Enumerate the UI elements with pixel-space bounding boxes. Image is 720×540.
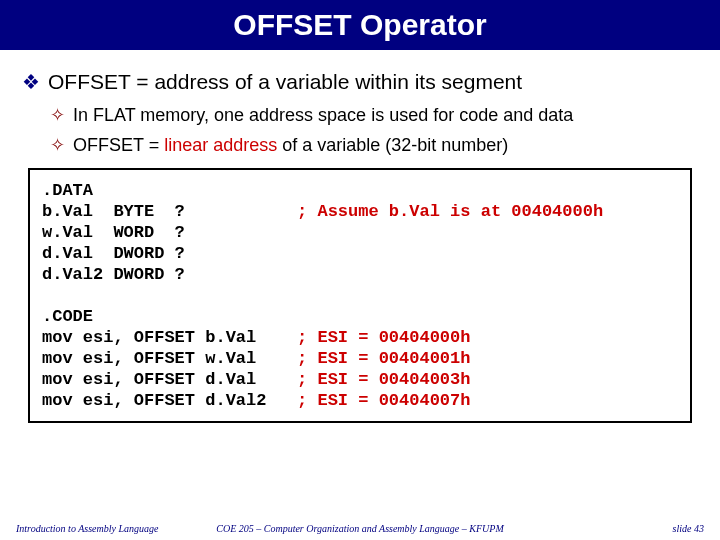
bullet-level2: ✧ In FLAT memory, one address space is u… — [50, 104, 698, 126]
title-band: OFFSET Operator — [0, 0, 720, 50]
code-line: mov esi, OFFSET d.Val — [42, 370, 297, 389]
slide-footer: Introduction to Assembly Language COE 20… — [0, 514, 720, 534]
code-line: .CODE — [42, 307, 93, 326]
bullet2b-post: of a variable (32-bit number) — [277, 135, 508, 155]
bullet2a-text: In FLAT memory, one address space is use… — [73, 104, 573, 126]
code-line: mov esi, OFFSET w.Val — [42, 349, 297, 368]
slide-body: ❖ OFFSET = address of a variable within … — [0, 50, 720, 423]
code-block: .DATA b.Val BYTE ? ; Assume b.Val is at … — [42, 180, 678, 411]
slide-title: OFFSET Operator — [233, 8, 486, 42]
code-line: d.Val2 DWORD ? — [42, 265, 185, 284]
bullet2b-text: OFFSET = linear address of a variable (3… — [73, 134, 508, 156]
code-frame: .DATA b.Val BYTE ? ; Assume b.Val is at … — [28, 168, 692, 423]
code-line: w.Val WORD ? — [42, 223, 185, 242]
diamond-subbullet-icon: ✧ — [50, 104, 65, 126]
code-gap — [42, 286, 52, 305]
code-line: mov esi, OFFSET d.Val2 — [42, 391, 297, 410]
code-line: .DATA — [42, 181, 93, 200]
code-line: d.Val DWORD ? — [42, 244, 185, 263]
bullet2b-highlight: linear address — [164, 135, 277, 155]
code-comment: ; ESI = 00404003h — [297, 370, 470, 389]
bullet-level2: ✧ OFFSET = linear address of a variable … — [50, 134, 698, 156]
footer-right: slide 43 — [673, 523, 704, 534]
code-comment: ; Assume b.Val is at 00404000h — [297, 202, 603, 221]
code-line: b.Val BYTE ? — [42, 202, 297, 221]
code-line: mov esi, OFFSET b.Val — [42, 328, 297, 347]
bullet1-text: OFFSET = address of a variable within it… — [48, 70, 522, 94]
bullet2b-pre: OFFSET = — [73, 135, 164, 155]
footer-center: COE 205 – Computer Organization and Asse… — [0, 523, 720, 534]
slide: OFFSET Operator ❖ OFFSET = address of a … — [0, 0, 720, 540]
code-comment: ; ESI = 00404001h — [297, 349, 470, 368]
diamond-bullet-icon: ❖ — [22, 70, 40, 94]
code-comment: ; ESI = 00404007h — [297, 391, 470, 410]
code-comment: ; ESI = 00404000h — [297, 328, 470, 347]
bullet-level1: ❖ OFFSET = address of a variable within … — [22, 70, 698, 94]
diamond-subbullet-icon: ✧ — [50, 134, 65, 156]
